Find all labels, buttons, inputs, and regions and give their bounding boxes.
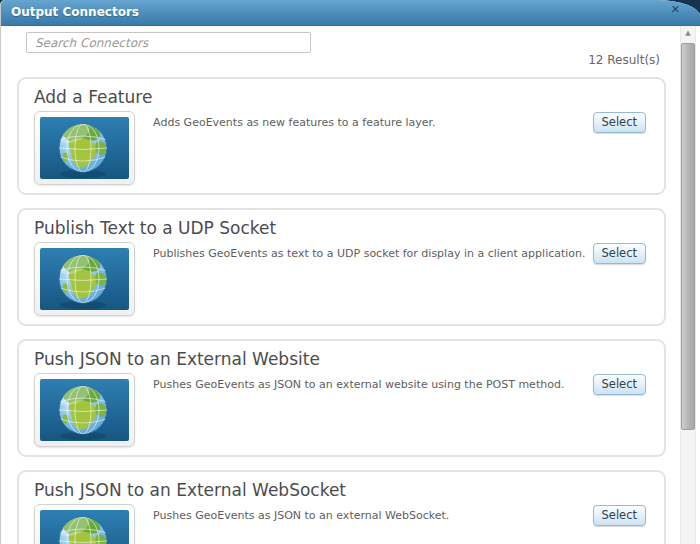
connector-card: Add a Feature Adds GeoEvents as new feat… bbox=[17, 77, 666, 195]
dialog-titlebar: Output Connectors ✕ bbox=[1, 0, 700, 26]
connector-title: Push JSON to an External Website bbox=[34, 349, 664, 369]
connector-card-body: Adds GeoEvents as new features to a feat… bbox=[34, 111, 648, 185]
connector-title: Publish Text to a UDP Socket bbox=[34, 218, 664, 238]
connector-description: Pushes GeoEvents as JSON to an external … bbox=[153, 378, 564, 391]
connector-thumbnail bbox=[34, 373, 135, 447]
scrollbar[interactable]: ▲ bbox=[680, 26, 696, 544]
scroll-up-arrow-icon[interactable]: ▲ bbox=[681, 26, 695, 40]
connector-card-body: Publishes GeoEvents as text to a UDP soc… bbox=[34, 242, 648, 316]
connector-title: Add a Feature bbox=[34, 87, 664, 107]
globe-icon bbox=[40, 117, 129, 179]
connector-thumbnail bbox=[34, 242, 135, 316]
globe-icon bbox=[40, 248, 129, 310]
connector-card: Push JSON to an External Website Pushes … bbox=[17, 339, 666, 457]
scrollbar-thumb[interactable] bbox=[681, 43, 695, 430]
connector-description: Pushes GeoEvents as JSON to an external … bbox=[153, 509, 449, 522]
select-button[interactable]: Select bbox=[593, 374, 646, 395]
connector-card-body: Pushes GeoEvents as JSON to an external … bbox=[34, 373, 648, 447]
connector-card: Push JSON to an External WebSocket Pushe… bbox=[17, 470, 666, 544]
search-input[interactable] bbox=[26, 32, 311, 53]
connector-title: Push JSON to an External WebSocket bbox=[34, 480, 664, 500]
connector-description: Publishes GeoEvents as text to a UDP soc… bbox=[153, 247, 585, 260]
connector-description: Adds GeoEvents as new features to a feat… bbox=[153, 116, 436, 129]
globe-icon bbox=[40, 510, 129, 544]
connector-card-body: Pushes GeoEvents as JSON to an external … bbox=[34, 504, 648, 544]
close-icon[interactable]: ✕ bbox=[671, 3, 680, 17]
output-connectors-dialog: Output Connectors ✕ 12 Result(s) Add a F… bbox=[0, 0, 700, 544]
select-button[interactable]: Select bbox=[593, 505, 646, 526]
connector-thumbnail bbox=[34, 111, 135, 185]
connector-thumbnail bbox=[34, 504, 135, 544]
select-button[interactable]: Select bbox=[593, 112, 646, 133]
select-button[interactable]: Select bbox=[593, 243, 646, 264]
globe-icon bbox=[40, 379, 129, 441]
results-count: 12 Result(s) bbox=[588, 53, 660, 67]
connector-card: Publish Text to a UDP Socket Publishes G… bbox=[17, 208, 666, 326]
dialog-title: Output Connectors bbox=[11, 5, 139, 19]
